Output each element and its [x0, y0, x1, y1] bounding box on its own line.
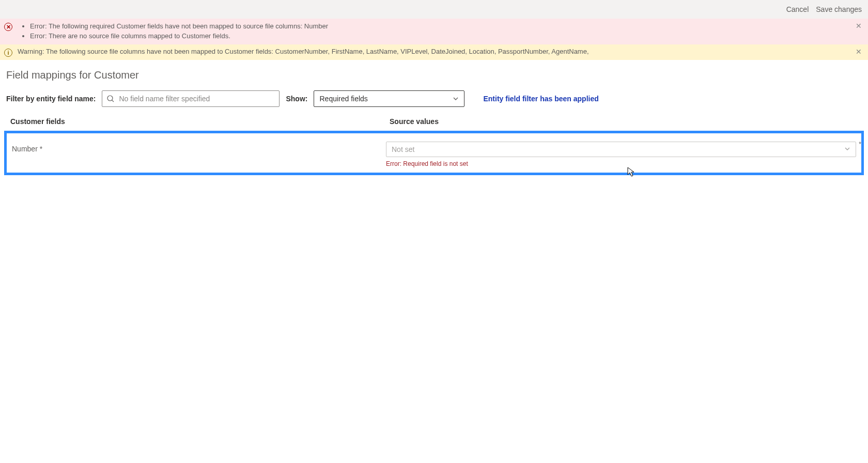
save-changes-button[interactable]: Save changes: [816, 5, 862, 13]
filter-applied-msg: Entity field filter has been applied: [483, 95, 598, 103]
error-list: Error: The following required Customer f…: [30, 22, 328, 41]
warning-banner: i Warning: The following source file col…: [0, 44, 868, 60]
column-headers: Customer fields Source values: [0, 114, 868, 129]
filter-input-wrap[interactable]: [102, 90, 280, 107]
error-item: Error: The following required Customer f…: [30, 22, 328, 32]
error-banner: ✕ Error: The following required Customer…: [0, 19, 868, 44]
show-label: Show:: [286, 95, 307, 103]
page-title: Field mappings for Customer: [0, 60, 868, 85]
info-icon: i: [4, 49, 12, 57]
svg-line-1: [112, 100, 114, 101]
chevron-down-icon: [844, 145, 850, 153]
filter-label: Filter by entity field name:: [6, 95, 96, 103]
chevron-down-icon: [453, 96, 459, 102]
filter-row: Filter by entity field name: Show: Requi…: [0, 85, 868, 114]
close-icon[interactable]: ✕: [855, 22, 863, 30]
field-label-number: Number *: [12, 142, 386, 153]
search-icon: [106, 95, 115, 103]
mapping-row-selected[interactable]: Number * Not set * Error: Required field…: [4, 131, 864, 175]
required-asterisk: *: [859, 141, 861, 148]
source-value-text: Not set: [392, 145, 414, 153]
warning-text: Warning: The following source file colum…: [18, 48, 589, 55]
svg-point-0: [107, 96, 113, 101]
col-source-values: Source values: [390, 117, 862, 126]
close-icon[interactable]: ✕: [855, 48, 863, 56]
field-error: Error: Required field is not set: [386, 160, 856, 167]
top-toolbar: Cancel Save changes: [0, 0, 868, 19]
cancel-button[interactable]: Cancel: [786, 5, 809, 13]
col-customer-fields: Customer fields: [10, 117, 390, 126]
filter-input[interactable]: [118, 94, 275, 103]
source-value-dropdown[interactable]: Not set: [386, 142, 856, 157]
show-value: Required fields: [319, 95, 367, 103]
show-dropdown[interactable]: Required fields: [314, 90, 464, 107]
error-item: Error: There are no source file columns …: [30, 32, 328, 41]
error-icon: ✕: [4, 23, 12, 31]
